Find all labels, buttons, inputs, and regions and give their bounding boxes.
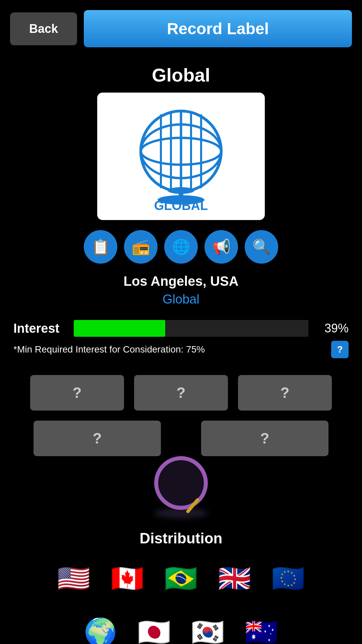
svg-point-11 — [168, 187, 194, 194]
japan-flag: 🇯🇵 — [132, 610, 176, 644]
eu-flag: 🇪🇺 — [266, 557, 310, 600]
label-logo-svg: GLOBAL — [117, 99, 245, 213]
radio-globe-icon[interactable]: 🌐 — [164, 230, 198, 264]
interest-bar-container — [74, 320, 308, 337]
flag-row-2: 🌍 🇯🇵 🇰🇷 🇦🇺 — [0, 610, 362, 644]
interest-help-button[interactable]: ? — [331, 341, 349, 358]
record-label-title-button[interactable]: Record Label — [84, 10, 352, 47]
usa-flag: 🇺🇸 — [52, 557, 96, 600]
action-icon-row: 📋 📻 🌐 📢 🔍 — [0, 230, 362, 264]
search-icon[interactable]: 🔍 — [245, 230, 278, 264]
interest-bar-fill — [74, 320, 165, 337]
distribution-title: Distribution — [0, 530, 362, 547]
clipboard-icon[interactable]: 📋 — [84, 230, 117, 264]
uk-flag: 🇬🇧 — [213, 557, 256, 600]
label-location: Los Angeles, USA — [0, 274, 362, 289]
radio-icon[interactable]: 📻 — [124, 230, 158, 264]
min-required-text: *Min Required Interest for Consideration… — [13, 341, 349, 358]
unlock-btn-1[interactable]: ? — [30, 375, 124, 411]
interest-label: Interest — [13, 321, 67, 336]
interest-percent: 39% — [315, 321, 349, 335]
australia-flag: 🇦🇺 — [240, 610, 283, 644]
interest-row: Interest 39% — [13, 320, 349, 337]
label-logo-container: GLOBAL — [97, 93, 265, 220]
brazil-flag: 🇧🇷 — [159, 557, 203, 600]
label-type: Global — [0, 292, 362, 307]
unlock-btn-3[interactable]: ? — [238, 375, 332, 411]
header: Back Record Label — [0, 0, 362, 54]
back-button[interactable]: Back — [10, 12, 77, 45]
korea-flag: 🇰🇷 — [186, 610, 230, 644]
unlock-btn-4[interactable]: ? — [34, 421, 161, 456]
interest-section: Interest 39% *Min Required Interest for … — [0, 320, 362, 358]
label-name: Global — [0, 64, 362, 86]
unlock-btn-2[interactable]: ? — [134, 375, 228, 411]
unlock-row-1: ? ? ? — [13, 375, 349, 411]
magnify-glass-icon — [154, 456, 208, 510]
svg-text:GLOBAL: GLOBAL — [154, 199, 208, 213]
unlock-btn-5[interactable]: ? — [201, 421, 328, 456]
flag-row-1: 🇺🇸 🇨🇦 🇧🇷 🇬🇧 🇪🇺 — [0, 557, 362, 600]
megaphone-icon[interactable]: 📢 — [204, 230, 238, 264]
magnify-overlay — [147, 456, 215, 523]
unlock-row-2: ? ? — [13, 421, 349, 456]
canada-flag: 🇨🇦 — [106, 557, 149, 600]
unlock-grid: ? ? ? ? ? — [0, 362, 362, 470]
africa-flag: 🌍 — [79, 610, 122, 644]
